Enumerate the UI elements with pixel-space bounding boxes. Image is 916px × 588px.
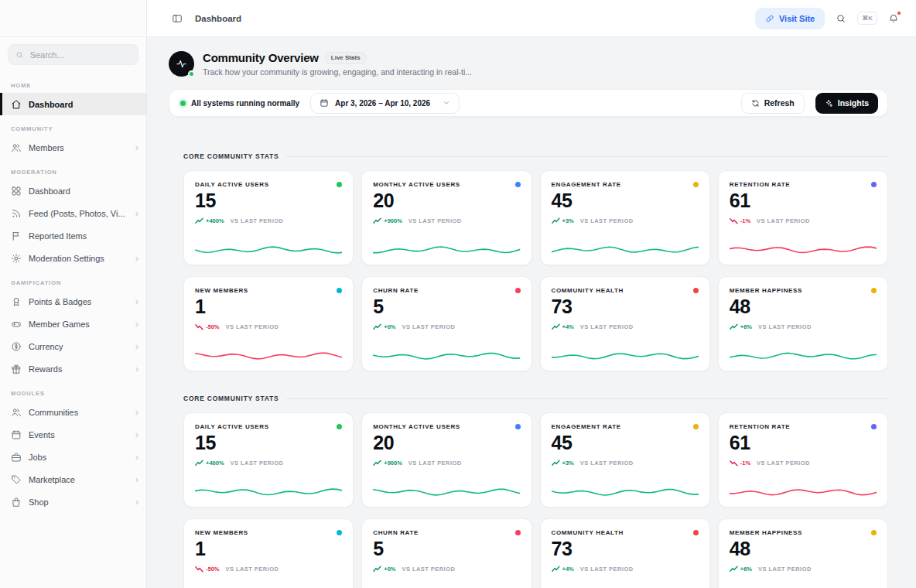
sidebar-item-dashboard[interactable]: Dashboard bbox=[0, 179, 146, 202]
trending-up-icon bbox=[195, 217, 203, 224]
stat-value: 20 bbox=[373, 191, 520, 210]
sparkline bbox=[195, 349, 342, 363]
stat-card: MONTHLY ACTIVE USERS20+900%VS LAST PERIO… bbox=[361, 170, 531, 265]
sidebar-item-label: Members bbox=[29, 143, 64, 152]
vs-label: VS LAST PERIOD bbox=[402, 566, 455, 573]
trend-badge: +900% bbox=[373, 217, 402, 224]
trend-badge: +400% bbox=[195, 460, 224, 467]
date-range-picker[interactable]: Apr 3, 2026 – Apr 10, 2026 bbox=[310, 93, 460, 114]
trend-badge: +3% bbox=[552, 217, 574, 224]
sidebar-item-members[interactable]: Members› bbox=[0, 136, 146, 159]
trending-up-icon bbox=[195, 460, 203, 467]
sidebar-section-label: MODERATION bbox=[11, 169, 135, 176]
vs-label: VS LAST PERIOD bbox=[231, 217, 284, 224]
sidebar-item-label: Dashboard bbox=[29, 186, 70, 196]
metric-dot bbox=[337, 424, 342, 429]
stat-value: 1 bbox=[195, 539, 342, 559]
metric-dot bbox=[693, 530, 699, 535]
main: Dashboard Visit Site ⌘K bbox=[147, 0, 916, 588]
refresh-button[interactable]: Refresh bbox=[741, 93, 805, 114]
insights-button[interactable]: Insights bbox=[815, 93, 878, 114]
stat-card: NEW MEMBERS1-50%VS LAST PERIOD bbox=[183, 276, 354, 371]
search-button[interactable] bbox=[832, 10, 849, 27]
sidebar-item-communities[interactable]: Communities› bbox=[0, 401, 146, 423]
stats-section: CORE COMMUNITY STATSDAILY ACTIVE USERS15… bbox=[169, 395, 888, 588]
trend-value: +6% bbox=[740, 323, 752, 330]
sidebar-item-marketplace[interactable]: Marketplace› bbox=[0, 468, 146, 491]
stat-card: NEW MEMBERS1-50%VS LAST PERIOD bbox=[183, 518, 354, 588]
sidebar-item-shop[interactable]: Shop› bbox=[0, 491, 146, 513]
sparkline bbox=[730, 349, 877, 363]
trending-up-icon bbox=[730, 323, 738, 330]
sidebar-item-currency[interactable]: Currency› bbox=[0, 335, 146, 357]
sidebar-item-rewards[interactable]: Rewards› bbox=[0, 357, 146, 380]
chevron-right-icon: › bbox=[135, 296, 138, 306]
trending-up-icon bbox=[373, 323, 381, 330]
trend-badge: -1% bbox=[730, 460, 750, 467]
topbar-actions: Visit Site ⌘K bbox=[755, 8, 902, 29]
visit-site-button[interactable]: Visit Site bbox=[755, 8, 825, 29]
stat-card-top: COMMUNITY HEALTH bbox=[552, 529, 699, 536]
date-range-value: Apr 3, 2026 – Apr 10, 2026 bbox=[335, 99, 430, 108]
vs-label: VS LAST PERIOD bbox=[402, 323, 455, 330]
stat-title: COMMUNITY HEALTH bbox=[552, 287, 624, 294]
sidebar-item-reported-items[interactable]: Reported Items bbox=[0, 224, 146, 247]
chevron-right-icon: › bbox=[135, 429, 138, 439]
trend-badge: +3% bbox=[552, 460, 574, 467]
section-header: CORE COMMUNITY STATS bbox=[183, 395, 888, 402]
gear-icon bbox=[11, 253, 22, 264]
metric-dot bbox=[871, 424, 877, 429]
sidebar: HOMEDashboardCOMMUNITYMembers›MODERATION… bbox=[0, 0, 147, 588]
stat-card: COMMUNITY HEALTH73+4%VS LAST PERIOD bbox=[540, 276, 710, 371]
trending-down-icon bbox=[730, 460, 738, 467]
stat-card: MONTHLY ACTIVE USERS20+900%VS LAST PERIO… bbox=[361, 412, 531, 508]
stat-trend-row: +400%VS LAST PERIOD bbox=[195, 217, 342, 224]
trend-value: -1% bbox=[740, 217, 750, 224]
chevron-right-icon: › bbox=[135, 497, 138, 507]
trend-value: +4% bbox=[562, 566, 574, 573]
chevron-right-icon: › bbox=[135, 474, 138, 484]
stat-trend-row: +4%VS LAST PERIOD bbox=[552, 566, 699, 573]
sidebar-item-events[interactable]: Events› bbox=[0, 423, 146, 446]
trend-value: +0% bbox=[384, 566, 395, 573]
trending-down-icon bbox=[195, 323, 203, 330]
sidebar-item-label: Feed (Posts, Photos, Vi... bbox=[29, 209, 125, 218]
calendar-icon bbox=[320, 98, 329, 108]
trend-value: -1% bbox=[740, 460, 750, 467]
insights-label: Insights bbox=[838, 98, 869, 108]
sidebar-item-feed-posts-photos-vi[interactable]: Feed (Posts, Photos, Vi...› bbox=[0, 202, 146, 224]
coin-icon bbox=[11, 341, 22, 352]
sidebar-toggle-button[interactable] bbox=[169, 10, 186, 27]
trending-up-icon bbox=[373, 460, 381, 467]
vs-label: VS LAST PERIOD bbox=[757, 460, 810, 467]
status-dot bbox=[180, 101, 186, 106]
trending-up-icon bbox=[552, 566, 560, 573]
stat-title: MONTHLY ACTIVE USERS bbox=[373, 181, 460, 188]
sidebar-item-points-badges[interactable]: Points & Badges› bbox=[0, 290, 146, 313]
stat-title: ENGAGEMENT RATE bbox=[552, 423, 621, 430]
sparkline bbox=[730, 243, 877, 257]
stat-card: DAILY ACTIVE USERS15+400%VS LAST PERIOD bbox=[183, 170, 354, 265]
sidebar-item-dashboard[interactable]: Dashboard bbox=[0, 93, 146, 115]
sparkline bbox=[552, 485, 699, 499]
sidebar-item-moderation-settings[interactable]: Moderation Settings› bbox=[0, 247, 146, 269]
sidebar-section-label: HOME bbox=[11, 82, 135, 89]
stat-title: DAILY ACTIVE USERS bbox=[195, 181, 269, 188]
sidebar-item-label: Member Games bbox=[29, 320, 90, 329]
sidebar-section-label: GAMIFICATION bbox=[11, 279, 135, 286]
flag-icon bbox=[11, 231, 22, 241]
search-box[interactable] bbox=[8, 44, 138, 65]
sidebar-item-member-games[interactable]: Member Games› bbox=[0, 313, 146, 335]
notifications-button[interactable] bbox=[885, 10, 902, 27]
search-input[interactable] bbox=[29, 50, 131, 60]
stat-trend-row: +400%VS LAST PERIOD bbox=[195, 460, 342, 467]
stat-value: 15 bbox=[195, 191, 342, 210]
sidebar-item-jobs[interactable]: Jobs› bbox=[0, 446, 146, 468]
topbar: Dashboard Visit Site ⌘K bbox=[147, 0, 916, 37]
chevron-right-icon: › bbox=[135, 319, 138, 329]
metric-dot bbox=[693, 182, 699, 187]
stat-value: 1 bbox=[195, 297, 342, 316]
stat-value: 20 bbox=[373, 433, 520, 453]
panel-icon bbox=[172, 13, 183, 24]
stats-grid: DAILY ACTIVE USERS15+400%VS LAST PERIODM… bbox=[183, 412, 888, 588]
